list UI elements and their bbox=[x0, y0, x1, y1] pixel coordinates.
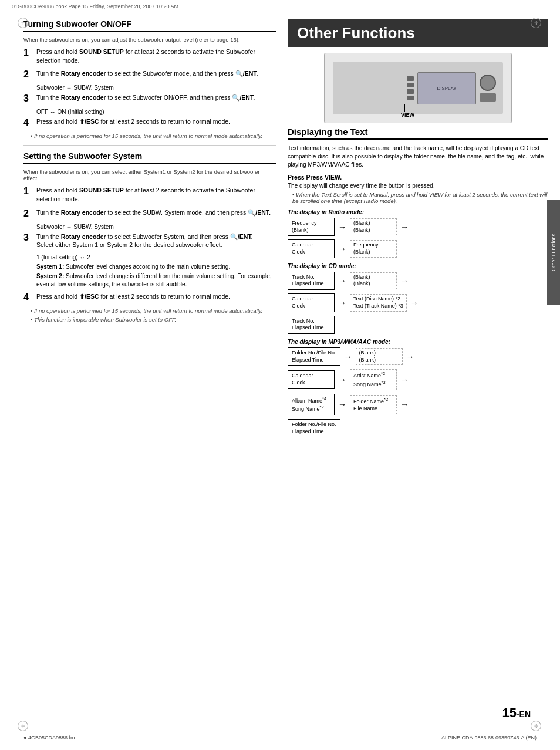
s1-step2-content: Turn the Rotary encoder to select the Su… bbox=[36, 69, 276, 80]
system2-info: System 2: Subwoofer level change is diff… bbox=[36, 272, 276, 289]
s1-step3-content: Turn the Rotary encoder to select Subwoo… bbox=[36, 93, 276, 104]
mp3-row3: Album Name*4Song Name*2 → Folder Name*2F… bbox=[288, 394, 548, 415]
press-view: Press Press VIEW. bbox=[288, 174, 548, 181]
cd-dbox2: Text (Disc Name) *2Text (Track Name) *3 bbox=[350, 294, 407, 311]
s1-step1-content: Press and hold SOUND SETUP for at least … bbox=[36, 48, 276, 65]
mp3-row1: Folder No./File No.Elapsed Time → (Blank… bbox=[288, 347, 548, 366]
mp3-dbox2: Artist Name*2Song Name*3 bbox=[350, 369, 397, 390]
header-bar: 01GB00CDA9886.book Page 15 Friday, Septe… bbox=[0, 0, 560, 13]
device-body: DISPLAY bbox=[333, 62, 503, 114]
corner-mark-tr: ✛ bbox=[531, 18, 542, 29]
mp3-box2: CalendarClock bbox=[288, 370, 335, 388]
mp3-arrow5: → bbox=[338, 400, 346, 409]
radio-arrow1: → bbox=[338, 222, 346, 232]
section1-body: When the subwoofer is on, you can adjust… bbox=[23, 36, 276, 43]
cd-row2: CalendarClock → Text (Disc Name) *2Text … bbox=[288, 293, 548, 312]
mp3-arrow1: → bbox=[344, 352, 352, 362]
disp-body: Text information, such as the disc name … bbox=[288, 144, 548, 169]
mp3-dbox1: (Blank)(Blank) bbox=[356, 348, 403, 365]
s2-step2-content: Turn the Rotary encoder to select the SU… bbox=[36, 208, 276, 219]
s1-step3: 3 Turn the Rotary encoder to select Subw… bbox=[23, 93, 276, 104]
s2-step2-note: Subwoofer ↔ SUBW. System bbox=[36, 224, 276, 230]
cd-box3: Track No.Elapsed Time bbox=[288, 316, 335, 334]
corner-mark-tl: ✛ bbox=[18, 18, 29, 29]
section1-title: Turning Subwoofer ON/OFF bbox=[23, 19, 276, 32]
cd-row3: Track No.Elapsed Time bbox=[288, 316, 548, 334]
s2-step4-content: Press and hold ⬆/ESC for at least 2 seco… bbox=[36, 292, 276, 303]
s2-step4-num: 4 bbox=[23, 292, 33, 303]
radio-row2: CalendarClock → Frequency(Blank) bbox=[288, 239, 548, 258]
radio-row1: Frequency(Blank) → (Blank)(Blank) → bbox=[288, 218, 548, 236]
s1-step4: 4 Press and hold ⬆/ESC for at least 2 se… bbox=[23, 117, 276, 128]
cd-arrow2: → bbox=[400, 276, 409, 285]
s1-step1: 1 Press and hold SOUND SETUP for at leas… bbox=[23, 48, 276, 65]
mp3-arrow6: → bbox=[400, 400, 409, 409]
s2-step3-note: 1 (Initial setting) ↔ 2 bbox=[36, 254, 276, 261]
mp3-arrow2: → bbox=[406, 352, 414, 362]
cd-mode-label: The display in CD mode: bbox=[288, 263, 548, 269]
s2-step1-num: 1 bbox=[23, 186, 33, 203]
s1-step3-note: OFF ↔ ON (Initial setting) bbox=[36, 109, 276, 115]
left-column: Turning Subwoofer ON/OFF When the subwoo… bbox=[23, 19, 276, 441]
right-column: Other Functions DISPLAY bbox=[282, 19, 548, 441]
s2-bullet1: If no operation is performed for 15 seco… bbox=[31, 308, 276, 314]
press-view-note: The display will change every time the b… bbox=[288, 183, 548, 189]
cd-box2: CalendarClock bbox=[288, 293, 335, 312]
mp3-arrow3: → bbox=[338, 375, 346, 384]
radio-dbox1: (Blank)(Blank) bbox=[350, 218, 397, 235]
section2-title: Setting the Subwoofer System bbox=[23, 151, 276, 164]
mp3-box3: Album Name*4Song Name*2 bbox=[288, 394, 335, 415]
mp3-arrow4: → bbox=[400, 375, 409, 384]
device-image-area: DISPLAY VIEW bbox=[288, 53, 548, 123]
s1-step2: 2 Turn the Rotary encoder to select the … bbox=[23, 69, 276, 80]
s1-step3-num: 3 bbox=[23, 93, 33, 104]
s1-step4-num: 4 bbox=[23, 117, 33, 128]
radio-flow-diagram: Frequency(Blank) → (Blank)(Blank) → Cale… bbox=[288, 218, 548, 258]
cd-flow-diagram: Track No.Elapsed Time → (Blank)(Blank) →… bbox=[288, 272, 548, 334]
side-tab: Other Functions bbox=[547, 200, 560, 305]
s1-step2-num: 2 bbox=[23, 69, 33, 80]
s2-bullet2: This function is inoperable when Subwoof… bbox=[31, 316, 276, 323]
s2-step2-num: 2 bbox=[23, 208, 33, 219]
radio-box2: CalendarClock bbox=[288, 239, 335, 258]
cd-arrow4: → bbox=[410, 298, 419, 308]
section2-body: When the subwoofer is on, you can select… bbox=[23, 168, 276, 181]
press-view-bullet: When the Text Scroll is set to Manual, p… bbox=[292, 191, 548, 204]
device-image: DISPLAY VIEW bbox=[324, 53, 512, 123]
other-functions-title: Other Functions bbox=[288, 19, 548, 47]
s2-step3-num: 3 bbox=[23, 232, 33, 249]
side-tab-text: Other Functions bbox=[551, 234, 556, 271]
s2-step1: 1 Press and hold SOUND SETUP for at leas… bbox=[23, 186, 276, 203]
s1-step4-content: Press and hold ⬆/ESC for at least 2 seco… bbox=[36, 117, 276, 128]
corner-mark-br: ✛ bbox=[531, 721, 542, 732]
s2-step4: 4 Press and hold ⬆/ESC for at least 2 se… bbox=[23, 292, 276, 303]
mp3-row2: CalendarClock → Artist Name*2Song Name*3… bbox=[288, 369, 548, 390]
mp3-box1: Folder No./File No.Elapsed Time bbox=[288, 347, 340, 366]
footer-left: ● 4GB05CDA9886.fm bbox=[23, 735, 75, 741]
cd-arrow1: → bbox=[338, 276, 346, 285]
s2-step1-content: Press and hold SOUND SETUP for at least … bbox=[36, 186, 276, 203]
s1-step1-num: 1 bbox=[23, 48, 33, 65]
system1-info: System 1: Subwoofer level changes accord… bbox=[36, 263, 276, 271]
header-file-info: 01GB00CDA9886.book Page 15 Friday, Septe… bbox=[12, 4, 178, 9]
s2-step3-content: Turn the Rotary encoder to select Subwoo… bbox=[36, 232, 276, 249]
main-layout: Turning Subwoofer ON/OFF When the subwoo… bbox=[0, 13, 560, 447]
mp3-box4: Folder No./File No.Elapsed Time bbox=[288, 419, 340, 437]
radio-dbox2: Frequency(Blank) bbox=[350, 240, 397, 257]
footer-right: ALPINE CDA-9886 68-09359Z43-A (EN) bbox=[441, 735, 537, 741]
cd-dbox1: (Blank)(Blank) bbox=[350, 272, 397, 289]
radio-mode-label: The display in Radio mode: bbox=[288, 209, 548, 215]
cd-row1: Track No.Elapsed Time → (Blank)(Blank) → bbox=[288, 272, 548, 290]
view-label: VIEW bbox=[401, 104, 414, 118]
radio-arrow2: → bbox=[400, 222, 409, 232]
s1-bullet: If no operation is performed for 15 seco… bbox=[31, 133, 276, 139]
disp-section-title: Displaying the Text bbox=[288, 127, 548, 140]
cd-box1: Track No.Elapsed Time bbox=[288, 272, 335, 290]
radio-box1: Frequency(Blank) bbox=[288, 218, 335, 236]
s2-step3: 3 Turn the Rotary encoder to select Subw… bbox=[23, 232, 276, 249]
mp3-dbox3: Folder Name*2File Name bbox=[350, 395, 397, 414]
s2-step2: 2 Turn the Rotary encoder to select the … bbox=[23, 208, 276, 219]
corner-mark-bl: ✛ bbox=[18, 721, 29, 732]
page-number: 15-EN bbox=[502, 705, 531, 721]
mp3-flow-diagram: Folder No./File No.Elapsed Time → (Blank… bbox=[288, 347, 548, 438]
